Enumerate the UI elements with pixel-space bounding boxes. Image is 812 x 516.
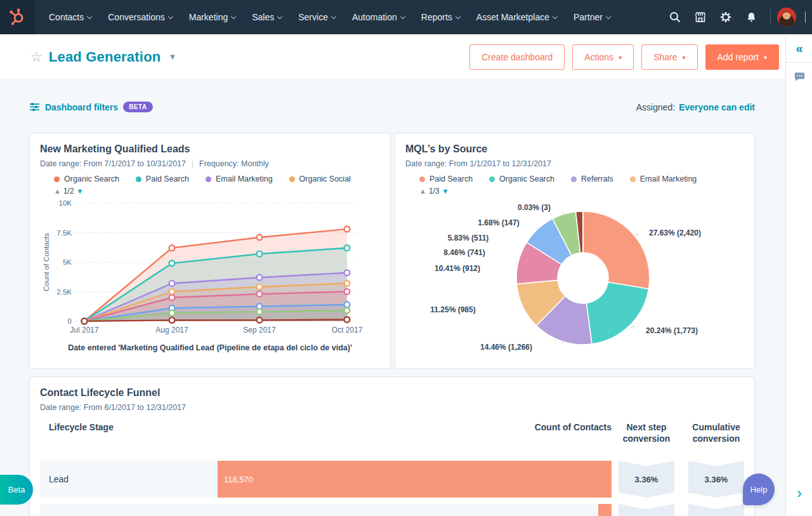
chevron-down-icon xyxy=(455,13,461,18)
donut-slice-label: 5.83% (511) xyxy=(448,234,489,242)
nav-divider xyxy=(770,9,771,25)
donut-slice-label: 20.24% (1,773) xyxy=(646,326,698,335)
legend-item-paid-search[interactable]: Paid Search xyxy=(419,175,473,183)
legend: Paid SearchOrganic SearchReferralsEmail … xyxy=(405,175,744,183)
notifications-icon[interactable] xyxy=(738,0,764,34)
svg-text:5K: 5K xyxy=(63,258,72,266)
column-header-cumulative: Cumulative conversion xyxy=(688,422,744,444)
search-icon[interactable] xyxy=(662,0,688,34)
funnel-row-marketing-qualified-lead: Marketing Qualified Lead3,98442.22%1.42% xyxy=(40,504,744,516)
report-card-mql-by-source: MQL’s by Source Date range: From 1/1/201… xyxy=(395,133,755,369)
nav-item-marketing[interactable]: Marketing xyxy=(181,0,244,34)
legend-item-organic-search[interactable]: Organic Search xyxy=(54,175,119,183)
comments-icon[interactable] xyxy=(786,63,812,91)
chevron-down-icon xyxy=(331,13,336,18)
funnel-bar-area[interactable]: 118,570 xyxy=(218,461,612,498)
svg-text:Aug 2017: Aug 2017 xyxy=(155,326,188,334)
expand-panel-chevron[interactable]: › xyxy=(786,484,812,502)
settings-icon[interactable] xyxy=(713,0,738,34)
svg-text:10K: 10K xyxy=(59,199,72,207)
column-header-next-step: Next step conversion xyxy=(619,422,674,444)
chevron-down-icon: ▾ xyxy=(764,54,767,61)
funnel-stage-label: Marketing Qualified Lead xyxy=(40,504,218,516)
legend-label: Organic Social xyxy=(299,175,351,183)
donut-slice-label: 14.46% (1,266) xyxy=(480,343,532,352)
assigned-label: Assigned: xyxy=(636,102,675,112)
report-card-new-mql: New Marketing Qualified Leads Date range… xyxy=(29,133,391,369)
nav-item-contacts[interactable]: Contacts xyxy=(41,0,100,34)
nav-item-automation[interactable]: Automation xyxy=(344,0,413,34)
svg-text:7.5K: 7.5K xyxy=(56,229,72,237)
legend: Organic SearchPaid SearchEmail Marketing… xyxy=(40,175,380,183)
legend-item-organic-social[interactable]: Organic Social xyxy=(289,175,351,183)
legend-item-email-marketing[interactable]: Email Marketing xyxy=(630,175,697,183)
donut-slice-label: 8.46% (741) xyxy=(443,248,485,257)
column-header-count: Count of Contacts xyxy=(218,422,612,432)
funnel-bar[interactable] xyxy=(218,461,612,498)
filters-row: Dashboard filters BETA Assigned:Everyone… xyxy=(29,102,755,112)
legend-dot xyxy=(419,176,425,182)
favorite-star-icon[interactable]: ☆ xyxy=(30,50,43,65)
donut-chart[interactable]: 27.63% (2,420)20.24% (1,773)14.46% (1,26… xyxy=(405,199,745,369)
legend-dot xyxy=(630,176,636,182)
report-title: Contact Lifecycle Funnel xyxy=(40,387,744,399)
account-chevron-down-icon[interactable] xyxy=(801,11,806,23)
svg-text:0: 0 xyxy=(68,317,72,325)
report-meta: Date range: From 1/1/2017 to 12/31/2017 xyxy=(405,159,744,168)
cumulative-conversion-badge: 3.36% xyxy=(688,461,744,498)
hubspot-logo[interactable] xyxy=(0,0,36,34)
chevron-down-icon xyxy=(400,13,405,18)
legend-page-up-icon[interactable]: ▲ xyxy=(54,187,61,195)
nav-item-reports[interactable]: Reports xyxy=(413,0,468,34)
date-range: Date range: From 7/1/2017 to 10/31/2017 xyxy=(40,159,186,168)
report-title: New Marketing Qualified Leads xyxy=(40,143,380,155)
share-button[interactable]: Share▾ xyxy=(641,44,697,70)
dashboard-title[interactable]: Lead Generation xyxy=(49,49,161,65)
chevron-down-icon xyxy=(277,13,282,18)
header-buttons: Create dashboard Actions▾ Share▾ Add rep… xyxy=(469,44,779,70)
legend-page-indicator: 1/2 xyxy=(63,187,74,195)
actions-button[interactable]: Actions▾ xyxy=(572,44,634,70)
page: ☆ Lead Generation ▼ Create dashboard Act… xyxy=(0,34,785,516)
chevron-down-icon xyxy=(606,13,611,18)
legend-page-down-icon[interactable]: ▼ xyxy=(77,187,84,195)
marketplace-icon[interactable] xyxy=(688,0,713,34)
dashboard-content: Dashboard filters BETA Assigned:Everyone… xyxy=(0,80,785,516)
legend-item-paid-search[interactable]: Paid Search xyxy=(136,175,189,183)
beta-pill-button[interactable]: Beta xyxy=(0,475,33,505)
nav-item-sales[interactable]: Sales xyxy=(244,0,290,34)
legend-label: Referrals xyxy=(581,175,613,183)
assigned-link[interactable]: Everyone can edit xyxy=(679,102,755,112)
dashboard-filters-button[interactable]: Dashboard filters BETA xyxy=(29,102,153,112)
legend-page-up-icon[interactable]: ▲ xyxy=(419,187,426,195)
line-chart[interactable]: 02.5K5K7.5K10KCount of ContactsJul 2017A… xyxy=(40,198,380,341)
legend-page-down-icon[interactable]: ▼ xyxy=(442,187,449,195)
nav-item-conversations[interactable]: Conversations xyxy=(100,0,181,34)
legend-dot xyxy=(571,176,577,182)
date-range: Date range: From 1/1/2017 to 12/31/2017 xyxy=(405,159,551,168)
avatar[interactable] xyxy=(777,8,796,27)
svg-text:Sep 2017: Sep 2017 xyxy=(243,326,276,334)
collapse-sidebar-button[interactable]: « xyxy=(786,34,812,62)
legend-item-email-marketing[interactable]: Email Marketing xyxy=(206,175,273,183)
nav-item-partner[interactable]: Partner xyxy=(565,0,619,34)
nav-item-asset-marketplace[interactable]: Asset Marketplace xyxy=(468,0,565,34)
chevron-down-icon xyxy=(87,13,92,18)
date-range: Date range: From 6/1/2017 to 12/31/2017 xyxy=(40,403,186,412)
nav-item-service[interactable]: Service xyxy=(290,0,344,34)
create-dashboard-button[interactable]: Create dashboard xyxy=(469,44,565,70)
dashboard-title-chevron-icon[interactable]: ▼ xyxy=(168,52,176,62)
funnel-bar-area[interactable]: 3,984 xyxy=(218,504,612,516)
legend-dot xyxy=(289,176,295,182)
funnel-stage-label: Lead xyxy=(40,461,218,498)
add-report-button[interactable]: Add report▾ xyxy=(705,44,779,70)
help-button[interactable]: Help xyxy=(743,473,775,505)
svg-text:Jul 2017: Jul 2017 xyxy=(70,326,99,334)
legend-item-referrals[interactable]: Referrals xyxy=(571,175,613,183)
legend-label: Organic Search xyxy=(499,175,554,183)
legend-dot xyxy=(489,176,495,182)
funnel-header-row: Lifecycle Stage Count of Contacts Next s… xyxy=(40,422,744,444)
right-sidebar-rail: « › xyxy=(785,34,812,516)
legend-item-organic-search[interactable]: Organic Search xyxy=(489,175,554,183)
funnel-bar[interactable] xyxy=(598,504,612,516)
